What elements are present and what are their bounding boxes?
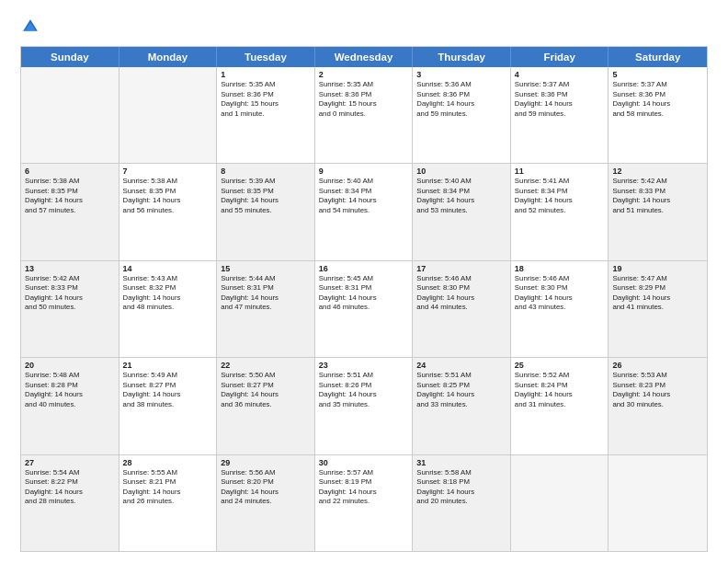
day-number: 24	[416, 361, 506, 370]
day-number: 12	[612, 167, 703, 176]
calendar-cell: 3Sunrise: 5:36 AM Sunset: 8:36 PM Daylig…	[413, 67, 511, 163]
weekday-header: Wednesday	[315, 47, 414, 67]
day-info: Sunrise: 5:49 AM Sunset: 8:27 PM Dayligh…	[123, 371, 213, 409]
day-info: Sunrise: 5:46 AM Sunset: 8:30 PM Dayligh…	[416, 274, 506, 313]
day-info: Sunrise: 5:43 AM Sunset: 8:32 PM Dayligh…	[123, 274, 213, 313]
day-number: 8	[221, 167, 311, 176]
day-number: 21	[123, 361, 213, 370]
weekday-header: Thursday	[413, 47, 511, 67]
calendar-row: 6Sunrise: 5:38 AM Sunset: 8:35 PM Daylig…	[21, 164, 707, 260]
day-info: Sunrise: 5:56 AM Sunset: 8:20 PM Dayligh…	[221, 468, 311, 507]
day-number: 5	[612, 70, 703, 79]
day-number: 31	[416, 458, 506, 467]
day-number: 17	[416, 264, 506, 273]
calendar-body: 1Sunrise: 5:35 AM Sunset: 8:36 PM Daylig…	[21, 67, 707, 551]
day-number: 19	[612, 264, 703, 273]
day-info: Sunrise: 5:46 AM Sunset: 8:30 PM Dayligh…	[515, 274, 605, 313]
weekday-header: Friday	[511, 47, 609, 67]
calendar-cell	[511, 455, 609, 551]
day-info: Sunrise: 5:51 AM Sunset: 8:25 PM Dayligh…	[416, 371, 506, 409]
calendar-cell: 20Sunrise: 5:48 AM Sunset: 8:28 PM Dayli…	[21, 358, 119, 454]
day-info: Sunrise: 5:39 AM Sunset: 8:35 PM Dayligh…	[221, 177, 311, 215]
calendar-header: SundayMondayTuesdayWednesdayThursdayFrid…	[21, 47, 707, 67]
day-info: Sunrise: 5:36 AM Sunset: 8:36 PM Dayligh…	[416, 80, 506, 119]
calendar-cell: 14Sunrise: 5:43 AM Sunset: 8:32 PM Dayli…	[119, 261, 218, 357]
calendar-cell: 23Sunrise: 5:51 AM Sunset: 8:26 PM Dayli…	[315, 358, 414, 454]
day-info: Sunrise: 5:35 AM Sunset: 8:36 PM Dayligh…	[319, 80, 409, 119]
calendar-cell: 30Sunrise: 5:57 AM Sunset: 8:19 PM Dayli…	[315, 455, 414, 551]
calendar-row: 13Sunrise: 5:42 AM Sunset: 8:33 PM Dayli…	[21, 261, 707, 358]
day-info: Sunrise: 5:35 AM Sunset: 8:36 PM Dayligh…	[221, 80, 311, 119]
day-info: Sunrise: 5:55 AM Sunset: 8:21 PM Dayligh…	[123, 468, 213, 507]
weekday-header: Tuesday	[217, 47, 315, 67]
day-info: Sunrise: 5:44 AM Sunset: 8:31 PM Dayligh…	[221, 274, 311, 313]
day-info: Sunrise: 5:51 AM Sunset: 8:26 PM Dayligh…	[319, 371, 409, 409]
day-number: 26	[612, 361, 703, 370]
day-number: 9	[319, 167, 409, 176]
day-info: Sunrise: 5:37 AM Sunset: 8:36 PM Dayligh…	[515, 80, 605, 119]
day-number: 13	[25, 264, 115, 273]
day-info: Sunrise: 5:38 AM Sunset: 8:35 PM Dayligh…	[25, 177, 115, 215]
day-number: 4	[515, 70, 605, 79]
calendar-cell: 1Sunrise: 5:35 AM Sunset: 8:36 PM Daylig…	[217, 67, 315, 163]
calendar-cell: 18Sunrise: 5:46 AM Sunset: 8:30 PM Dayli…	[511, 261, 609, 357]
day-info: Sunrise: 5:50 AM Sunset: 8:27 PM Dayligh…	[221, 371, 311, 409]
calendar-row: 20Sunrise: 5:48 AM Sunset: 8:28 PM Dayli…	[21, 358, 707, 454]
day-info: Sunrise: 5:58 AM Sunset: 8:18 PM Dayligh…	[416, 468, 506, 507]
day-number: 25	[515, 361, 605, 370]
day-info: Sunrise: 5:53 AM Sunset: 8:23 PM Dayligh…	[612, 371, 703, 409]
page: SundayMondayTuesdayWednesdayThursdayFrid…	[0, 0, 728, 563]
header	[20, 17, 708, 37]
day-number: 16	[319, 264, 409, 273]
day-info: Sunrise: 5:45 AM Sunset: 8:31 PM Dayligh…	[319, 274, 409, 313]
day-info: Sunrise: 5:47 AM Sunset: 8:29 PM Dayligh…	[612, 274, 703, 313]
calendar-cell: 29Sunrise: 5:56 AM Sunset: 8:20 PM Dayli…	[217, 455, 315, 551]
calendar-cell: 19Sunrise: 5:47 AM Sunset: 8:29 PM Dayli…	[609, 261, 707, 357]
day-info: Sunrise: 5:42 AM Sunset: 8:33 PM Dayligh…	[25, 274, 115, 313]
day-number: 22	[221, 361, 311, 370]
day-info: Sunrise: 5:40 AM Sunset: 8:34 PM Dayligh…	[319, 177, 409, 215]
calendar-cell: 13Sunrise: 5:42 AM Sunset: 8:33 PM Dayli…	[21, 261, 119, 357]
calendar-cell: 28Sunrise: 5:55 AM Sunset: 8:21 PM Dayli…	[119, 455, 218, 551]
day-number: 23	[319, 361, 409, 370]
day-info: Sunrise: 5:37 AM Sunset: 8:36 PM Dayligh…	[612, 80, 703, 119]
calendar-row: 1Sunrise: 5:35 AM Sunset: 8:36 PM Daylig…	[21, 67, 707, 164]
calendar-cell: 5Sunrise: 5:37 AM Sunset: 8:36 PM Daylig…	[609, 67, 707, 163]
calendar-cell: 31Sunrise: 5:58 AM Sunset: 8:18 PM Dayli…	[413, 455, 511, 551]
calendar-cell: 16Sunrise: 5:45 AM Sunset: 8:31 PM Dayli…	[315, 261, 414, 357]
day-info: Sunrise: 5:52 AM Sunset: 8:24 PM Dayligh…	[515, 371, 605, 409]
calendar-cell: 4Sunrise: 5:37 AM Sunset: 8:36 PM Daylig…	[511, 67, 609, 163]
day-number: 20	[25, 361, 115, 370]
calendar-cell: 17Sunrise: 5:46 AM Sunset: 8:30 PM Dayli…	[413, 261, 511, 357]
weekday-header: Monday	[119, 47, 218, 67]
calendar-cell: 25Sunrise: 5:52 AM Sunset: 8:24 PM Dayli…	[511, 358, 609, 454]
day-info: Sunrise: 5:42 AM Sunset: 8:33 PM Dayligh…	[612, 177, 703, 215]
day-number: 30	[319, 458, 409, 467]
calendar-cell: 6Sunrise: 5:38 AM Sunset: 8:35 PM Daylig…	[21, 164, 119, 259]
day-number: 15	[221, 264, 311, 273]
day-number: 10	[416, 167, 506, 176]
calendar-cell: 26Sunrise: 5:53 AM Sunset: 8:23 PM Dayli…	[609, 358, 707, 454]
day-number: 1	[221, 70, 311, 79]
day-info: Sunrise: 5:40 AM Sunset: 8:34 PM Dayligh…	[416, 177, 506, 215]
day-number: 3	[416, 70, 506, 79]
day-info: Sunrise: 5:48 AM Sunset: 8:28 PM Dayligh…	[25, 371, 115, 409]
day-number: 18	[515, 264, 605, 273]
calendar-row: 27Sunrise: 5:54 AM Sunset: 8:22 PM Dayli…	[21, 455, 707, 551]
day-number: 29	[221, 458, 311, 467]
day-info: Sunrise: 5:57 AM Sunset: 8:19 PM Dayligh…	[319, 468, 409, 507]
day-number: 28	[123, 458, 213, 467]
calendar-cell: 12Sunrise: 5:42 AM Sunset: 8:33 PM Dayli…	[609, 164, 707, 259]
day-number: 14	[123, 264, 213, 273]
day-number: 11	[515, 167, 605, 176]
calendar-cell: 8Sunrise: 5:39 AM Sunset: 8:35 PM Daylig…	[217, 164, 315, 259]
day-number: 27	[25, 458, 115, 467]
calendar-cell: 7Sunrise: 5:38 AM Sunset: 8:35 PM Daylig…	[119, 164, 218, 259]
day-number: 7	[123, 167, 213, 176]
calendar-cell	[119, 67, 218, 163]
calendar-cell: 10Sunrise: 5:40 AM Sunset: 8:34 PM Dayli…	[413, 164, 511, 259]
calendar-cell: 22Sunrise: 5:50 AM Sunset: 8:27 PM Dayli…	[217, 358, 315, 454]
calendar-cell	[609, 455, 707, 551]
weekday-header: Sunday	[21, 47, 119, 67]
calendar-cell: 11Sunrise: 5:41 AM Sunset: 8:34 PM Dayli…	[511, 164, 609, 259]
